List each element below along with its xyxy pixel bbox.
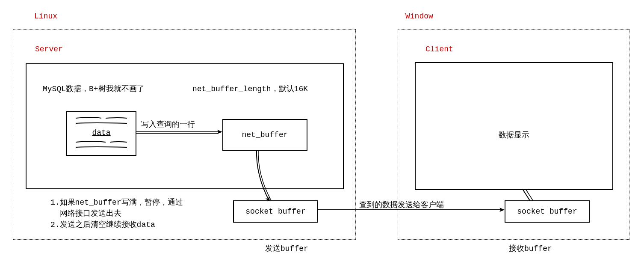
diagram-canvas: Linux Server MySQL数据，B+树我就不画了 net_buffer… — [0, 0, 644, 262]
note-line-1b: 网络接口发送出去 — [50, 208, 121, 218]
data-box: data — [66, 111, 136, 156]
client-label: Client — [425, 45, 453, 54]
net-buffer-box-label: net_buffer — [242, 131, 288, 139]
client-display-text: 数据显示 — [499, 130, 529, 140]
arrow-write-row-label: 写入查询的一行 — [141, 119, 195, 129]
net-buffer-length-note: net_buffer_length，默认16K — [192, 83, 308, 94]
server-label: Server — [35, 45, 63, 54]
data-box-label: data — [67, 128, 136, 137]
mysql-note: MySQL数据，B+树我就不画了 — [43, 83, 145, 94]
linux-label: Linux — [34, 12, 57, 21]
note-line-2: 2.发送之后清空继续接收data — [50, 219, 155, 229]
window-label: Window — [405, 12, 433, 21]
client-socket-buffer-box: socket buffer — [505, 200, 590, 223]
client-socket-buffer-label: socket buffer — [517, 207, 577, 216]
client-display-box: 数据显示 — [415, 62, 613, 190]
server-socket-buffer-box: socket buffer — [233, 200, 318, 223]
recv-buffer-label: 接收buffer — [509, 243, 552, 253]
note-line-1: 1.如果net_buffer写满，暂停，通过 — [50, 197, 183, 207]
send-buffer-label: 发送buffer — [265, 243, 308, 253]
cross-arrow-label: 查到的数据发送给客户端 — [359, 199, 444, 210]
server-socket-buffer-label: socket buffer — [245, 207, 305, 216]
net-buffer-box: net_buffer — [222, 119, 307, 151]
